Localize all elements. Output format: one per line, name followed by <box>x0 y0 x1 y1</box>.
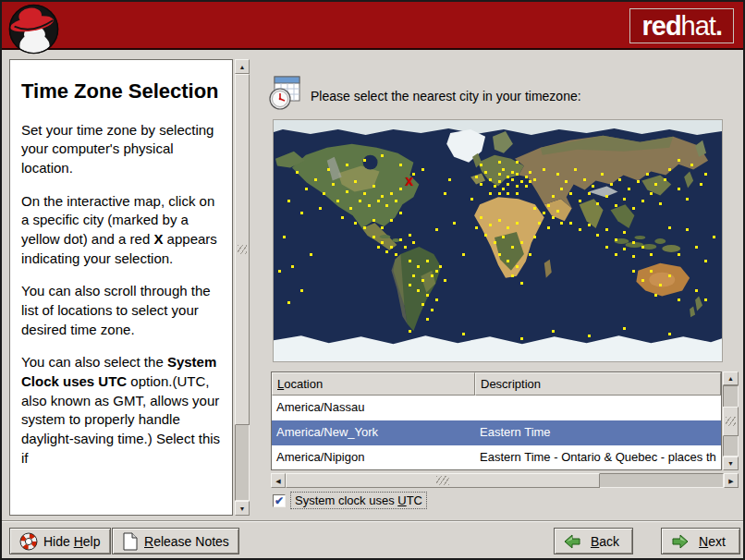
table-row-new-york-selected[interactable]: America/New_York Eastern Time <box>272 420 721 445</box>
scroll-right-button[interactable]: ▶ <box>724 473 739 488</box>
column-header-location[interactable]: Location <box>272 372 475 396</box>
scroll-thumb[interactable] <box>723 407 739 436</box>
scroll-thumb[interactable] <box>286 473 600 488</box>
installer-window: redhat. Time Zone Selection Set your tim… <box>0 0 745 560</box>
document-icon <box>122 532 139 551</box>
thumb-grip <box>436 476 449 485</box>
table-vertical-scrollbar[interactable]: ▲ ▼ <box>723 371 739 470</box>
timezone-table: Location Description America/Nassau Amer… <box>271 371 722 470</box>
help-paragraph-2: On the interactive map, click on a speci… <box>21 192 221 269</box>
cell-location: America/New_York <box>272 420 475 445</box>
world-map[interactable]: X <box>273 119 723 362</box>
scroll-down-button[interactable]: ▼ <box>235 501 250 516</box>
scroll-up-button[interactable]: ▲ <box>235 59 250 74</box>
help-paragraph-1: Set your time zone by selecting your com… <box>21 121 221 178</box>
back-button[interactable]: Back <box>554 528 633 554</box>
button-label: Next <box>699 534 726 549</box>
location-rest: ocation <box>284 377 323 391</box>
brand-dot: . <box>715 11 722 42</box>
hide-help-button[interactable]: Hide Help <box>9 528 111 554</box>
life-buoy-icon <box>19 532 38 551</box>
table-row-nipigon[interactable]: America/Nipigon Eastern Time - Ontario &… <box>272 445 721 470</box>
utc-label-post: TC <box>407 493 422 507</box>
prompt-text: Please select the nearest city in your t… <box>311 89 581 103</box>
cell-description: Eastern Time - Ontario & Quebec - places… <box>475 445 721 470</box>
utc-label-pre: System clock uses <box>295 493 397 507</box>
scroll-left-button[interactable]: ◀ <box>271 473 286 488</box>
next-arrow-icon <box>671 534 689 549</box>
brand-light: hat <box>681 11 715 42</box>
back-arrow-icon <box>564 534 581 549</box>
scroll-down-button[interactable]: ▼ <box>723 457 739 470</box>
utc-checkbox[interactable]: ✔ <box>273 494 286 507</box>
page-title: Time Zone Selection <box>21 79 221 104</box>
help-paragraph-4: You can also select the System Clock use… <box>21 353 221 468</box>
button-label: Release Notes <box>144 534 229 549</box>
table-row-nassau[interactable]: America/Nassau <box>272 396 721 420</box>
cell-description <box>475 396 721 420</box>
thumb-grip <box>238 245 247 254</box>
utc-checkbox-row: ✔ System clock uses UTC <box>273 492 427 509</box>
bottom-divider <box>2 520 743 522</box>
utc-checkbox-label[interactable]: System clock uses UTC <box>290 492 427 509</box>
selection-marker: X <box>405 174 413 188</box>
thumb-grip <box>726 417 736 426</box>
description-label: Description <box>481 377 541 391</box>
help-panel: Time Zone Selection Set your time zone b… <box>9 59 233 516</box>
button-label: Back <box>591 534 619 549</box>
table-horizontal-scrollbar[interactable]: ◀ ▶ <box>271 473 739 488</box>
brand-bold: red <box>641 11 680 42</box>
redhat-wordmark: redhat. <box>629 8 734 43</box>
redhat-shadowman-icon <box>7 3 60 55</box>
help-scrollbar[interactable]: ▲ ▼ <box>235 59 250 516</box>
timezone-clock-icon <box>267 75 304 112</box>
cell-location: America/Nipigon <box>272 445 475 470</box>
check-icon: ✔ <box>275 494 284 507</box>
help-paragraph-3: You can also scroll through the list of … <box>21 282 221 339</box>
city-dots <box>274 120 722 361</box>
button-label: Hide Help <box>43 534 101 549</box>
table-header: Location Description <box>272 372 721 396</box>
help-p4-pre: You can also select the <box>21 354 167 370</box>
release-notes-button[interactable]: Release Notes <box>112 528 239 554</box>
column-header-description[interactable]: Description <box>475 372 721 396</box>
cell-location: America/Nassau <box>272 396 475 420</box>
next-button[interactable]: Next <box>661 528 740 554</box>
scroll-up-button[interactable]: ▲ <box>723 371 739 385</box>
utc-label-mnemonic: U <box>397 493 406 507</box>
scroll-thumb[interactable] <box>235 74 250 425</box>
cell-description: Eastern Time <box>475 420 721 445</box>
help-p2-bold: X <box>153 231 163 247</box>
